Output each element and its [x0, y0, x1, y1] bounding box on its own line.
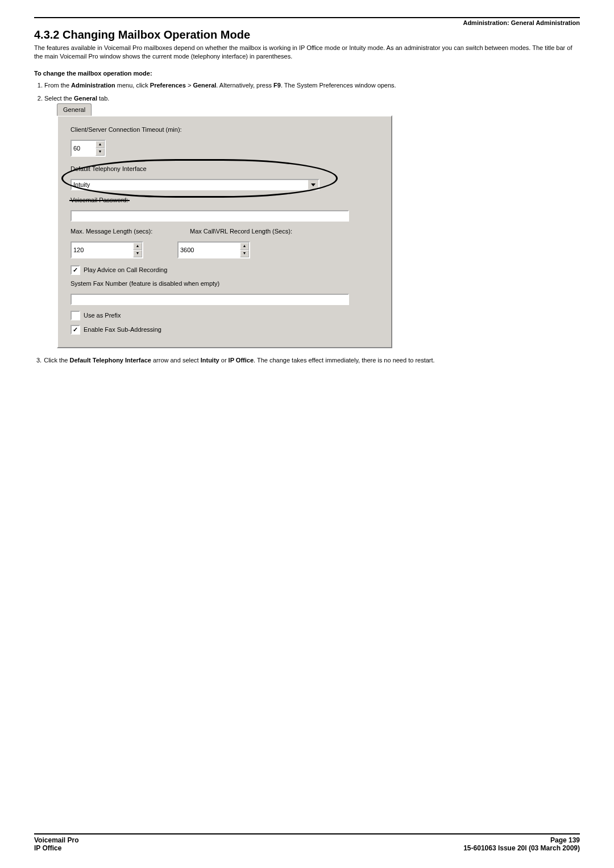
- tab-general[interactable]: General: [57, 103, 92, 116]
- step-3: 3.Click the Default Telephony Interface …: [34, 356, 580, 365]
- voicemail-password-input[interactable]: [70, 210, 349, 222]
- max-vrl-length-input[interactable]: [177, 241, 240, 258]
- spin-up-icon[interactable]: ▲: [240, 243, 249, 250]
- step-2: Select the General tab. General Client/S…: [44, 94, 580, 348]
- spin-up-icon[interactable]: ▲: [133, 243, 142, 250]
- footer-product: Voicemail Pro: [34, 836, 78, 844]
- breadcrumb: Administration: General Administration: [34, 19, 580, 26]
- spin-down-icon[interactable]: ▼: [133, 250, 142, 257]
- spin-down-icon[interactable]: ▼: [240, 250, 249, 257]
- page-title: 4.3.2 Changing Mailbox Operation Mode: [34, 28, 580, 41]
- play-advice-checkbox[interactable]: ✓: [70, 265, 80, 275]
- use-as-prefix-label: Use as Prefix: [84, 311, 121, 320]
- dropdown-arrow-icon[interactable]: [308, 179, 320, 190]
- max-vrl-length-label: Max Call\VRL Record Length (Secs):: [190, 227, 298, 236]
- timeout-input[interactable]: [70, 140, 96, 157]
- footer-issue: 15-601063 Issue 20l (03 March 2009): [463, 844, 580, 852]
- play-advice-label: Play Advice on Call Recording: [84, 266, 167, 274]
- voicemail-password-label: Voicemail Password:: [70, 196, 128, 205]
- general-preferences-panel: Client/Server Connection Timeout (min): …: [57, 115, 392, 348]
- max-message-length-stepper[interactable]: ▲ ▼: [70, 241, 143, 258]
- telephony-value[interactable]: [70, 179, 308, 190]
- spin-up-icon[interactable]: ▲: [96, 141, 105, 148]
- step-1: From the Administration menu, click Pref…: [44, 81, 580, 90]
- intro-paragraph: The features available in Voicemail Pro …: [34, 44, 580, 61]
- footer-platform: IP Office: [34, 844, 61, 852]
- timeout-label: Client/Server Connection Timeout (min):: [70, 126, 379, 134]
- telephony-label: Default Telephony Interface: [70, 165, 379, 173]
- max-vrl-length-stepper[interactable]: ▲ ▼: [177, 241, 250, 258]
- enable-fax-sub-label: Enable Fax Sub-Addressing: [84, 326, 161, 334]
- timeout-stepper[interactable]: ▲ ▼: [70, 140, 106, 157]
- procedure-heading: To change the mailbox operation mode:: [34, 70, 580, 77]
- telephony-dropdown[interactable]: [70, 179, 320, 190]
- enable-fax-sub-checkbox[interactable]: ✓: [70, 325, 80, 335]
- use-as-prefix-checkbox[interactable]: [70, 311, 80, 320]
- max-message-length-label: Max. Message Length (secs):: [70, 227, 179, 236]
- max-message-length-input[interactable]: [70, 241, 133, 258]
- fax-number-label: System Fax Number (feature is disabled w…: [70, 279, 379, 288]
- fax-number-input[interactable]: [70, 294, 349, 305]
- footer-page: Page 139: [550, 836, 580, 844]
- spin-down-icon[interactable]: ▼: [96, 148, 105, 156]
